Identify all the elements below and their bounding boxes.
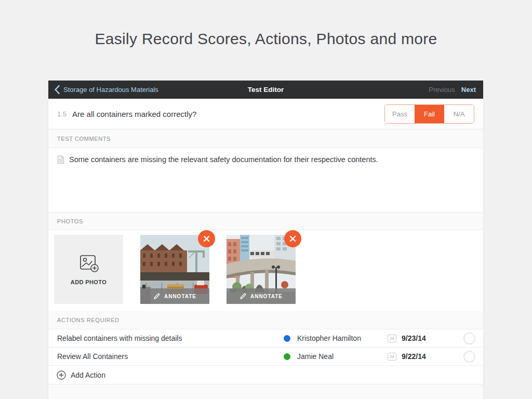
plus-circle-icon — [57, 370, 66, 380]
close-icon — [203, 235, 210, 242]
back-button[interactable]: Storage of Hazardous Materials — [55, 85, 158, 94]
photos-header: PHOTOS — [48, 212, 483, 230]
action-complete-checkbox[interactable] — [463, 332, 475, 344]
add-photo-label: ADD PHOTO — [71, 279, 107, 285]
due-date: 9/23/14 — [402, 334, 426, 342]
status-dot — [284, 353, 290, 360]
score-segmented-control: Pass Fail N/A — [384, 104, 474, 124]
card-footer — [48, 384, 483, 399]
next-button[interactable]: Next — [461, 86, 476, 94]
test-comments-header: TEST COMMENTS — [48, 129, 483, 148]
previous-button[interactable]: Previous — [429, 86, 455, 94]
question-text: Are all containers marked correctly? — [72, 110, 196, 118]
add-photo-button[interactable]: ADD PHOTO — [54, 235, 123, 304]
document-icon — [57, 155, 64, 164]
annotate-button[interactable]: ANNOTATE — [227, 288, 296, 304]
action-title: Relabel containers with missing details — [57, 334, 284, 342]
pencil-icon — [153, 292, 161, 300]
actions-required-label: ACTIONS REQUIRED — [57, 317, 119, 323]
test-editor-card: Storage of Hazardous Materials Test Edit… — [48, 81, 483, 399]
calendar-icon: 23 — [388, 335, 396, 342]
photo-dockside-thumbnail[interactable]: ANNOTATE — [140, 235, 209, 304]
comment-text: Some containers are missing the relevant… — [69, 155, 378, 165]
photos-area: ADD PHOTO — [48, 230, 483, 311]
question-row: 1.5 Are all containers marked correctly?… — [48, 99, 483, 129]
pass-button[interactable]: Pass — [385, 105, 415, 123]
back-label: Storage of Hazardous Materials — [63, 86, 158, 94]
assignee-cell: Jamie Neal — [284, 352, 388, 361]
remove-photo-button[interactable] — [198, 230, 215, 247]
action-row[interactable]: Relabel containers with missing details … — [48, 329, 483, 348]
assignee-name: Kristopher Hamilton — [297, 334, 361, 342]
na-button[interactable]: N/A — [444, 105, 474, 123]
add-action-label: Add Action — [71, 371, 105, 379]
status-dot — [284, 335, 290, 342]
close-icon — [289, 235, 296, 242]
test-comments-label: TEST COMMENTS — [57, 136, 111, 142]
chevron-left-icon — [55, 85, 60, 94]
add-photo-icon — [77, 254, 100, 274]
question-number: 1.5 — [57, 110, 66, 118]
photo-railway-thumbnail[interactable]: ANNOTATE — [227, 235, 296, 304]
comment-line: Some containers are missing the relevant… — [57, 155, 474, 165]
action-row[interactable]: Review All Containers Jamie Neal 23 9/22… — [48, 348, 483, 366]
due-date: 9/22/14 — [402, 352, 426, 361]
due-date-cell: 23 9/23/14 — [388, 334, 455, 342]
action-complete-checkbox[interactable] — [463, 351, 475, 363]
due-date-cell: 23 9/22/14 — [388, 352, 455, 361]
assignee-cell: Kristopher Hamilton — [284, 334, 388, 342]
fail-button[interactable]: Fail — [415, 105, 444, 123]
assignee-name: Jamie Neal — [297, 352, 334, 361]
actions-required-header: ACTIONS REQUIRED — [48, 311, 483, 329]
remove-photo-button[interactable] — [284, 230, 301, 247]
add-action-button[interactable]: Add Action — [48, 366, 483, 384]
annotate-button[interactable]: ANNOTATE — [140, 288, 209, 304]
action-title: Review All Containers — [57, 352, 284, 361]
annotate-label: ANNOTATE — [250, 294, 283, 299]
page-title: Easily Record Scores, Actions, Photos an… — [0, 30, 532, 48]
comments-area[interactable]: Some containers are missing the relevant… — [48, 148, 483, 212]
photos-label: PHOTOS — [57, 218, 83, 224]
calendar-icon: 23 — [388, 353, 396, 361]
annotate-label: ANNOTATE — [164, 294, 196, 299]
pencil-icon — [240, 292, 247, 300]
navbar: Storage of Hazardous Materials Test Edit… — [48, 81, 483, 99]
